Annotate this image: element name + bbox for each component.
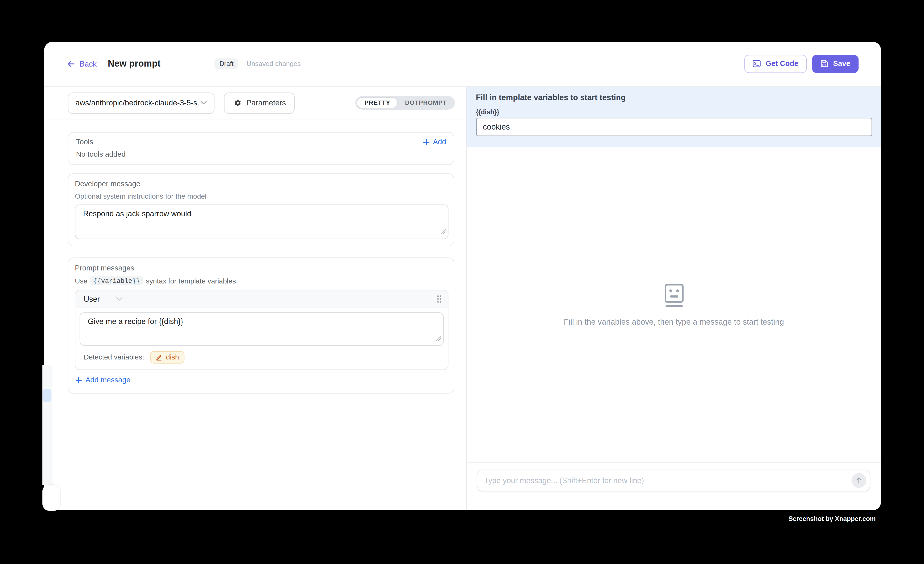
terminal-icon xyxy=(753,60,761,68)
chat-input-placeholder: Type your message... (Shift+Enter for ne… xyxy=(484,476,644,485)
developer-message-textarea[interactable]: Respond as jack sparrow would xyxy=(75,204,448,239)
variable-chip-dish[interactable]: dish xyxy=(150,351,184,363)
editor-cards: Tools Add No tools added Devel xyxy=(44,120,466,393)
message-body: Give me a recipe for {{dish}} Detected v… xyxy=(75,308,448,369)
view-mode-toggle: PRETTY DOTPROMPT xyxy=(356,96,455,110)
plus-icon xyxy=(75,377,82,383)
toggle-dotprompt[interactable]: DOTPROMPT xyxy=(398,98,454,108)
chevron-down-icon xyxy=(200,101,207,105)
message-textarea[interactable]: Give me a recipe for {{dish}} xyxy=(80,312,444,346)
message-card: User G xyxy=(75,290,448,370)
add-message-button[interactable]: Add message xyxy=(75,376,130,384)
watermark-text: Screenshot by Xnapper.com xyxy=(789,514,876,522)
background-window-sidebar xyxy=(42,365,52,484)
developer-message-card: Developer message Optional system instru… xyxy=(68,173,454,246)
add-message-label: Add message xyxy=(86,376,130,384)
screenshot-frame: Back New prompt Draft Unsaved changes Ge… xyxy=(0,0,924,564)
chat-empty-state: Fill in the variables above, then type a… xyxy=(466,147,881,462)
developer-message-title: Developer message xyxy=(75,179,448,188)
tools-card: Tools Add No tools added xyxy=(68,132,454,165)
parameters-button[interactable]: Parameters xyxy=(224,92,295,114)
add-tool-button[interactable]: Add xyxy=(423,138,446,146)
dish-variable-input[interactable] xyxy=(476,118,872,136)
plus-icon xyxy=(423,139,429,145)
message-header: User xyxy=(75,290,448,308)
prompt-messages-card: Prompt messages Use {{variable}} syntax … xyxy=(68,257,454,393)
save-label: Save xyxy=(833,60,850,68)
chat-message-input[interactable]: Type your message... (Shift+Enter for ne… xyxy=(477,470,870,491)
back-arrow-icon xyxy=(67,59,75,68)
send-button[interactable] xyxy=(852,473,866,488)
save-button[interactable]: Save xyxy=(812,55,858,73)
back-label: Back xyxy=(80,59,97,68)
background-window-corner xyxy=(42,484,60,511)
test-panel-title: Fill in template variables to start test… xyxy=(476,93,872,102)
model-selector-value: aws/anthropic/bedrock-claude-3-5-s... xyxy=(75,99,200,107)
prompt-messages-title: Prompt messages xyxy=(75,264,448,272)
back-button[interactable]: Back xyxy=(67,59,97,68)
syntax-hint: Use {{variable}} syntax for template var… xyxy=(75,276,448,285)
header: Back New prompt Draft Unsaved changes Ge… xyxy=(44,42,881,86)
prompt-editor-panel: aws/anthropic/bedrock-claude-3-5-s... Pa… xyxy=(44,86,466,510)
detected-variables-row: Detected variables: dish xyxy=(80,346,444,369)
model-toolbar: aws/anthropic/bedrock-claude-3-5-s... Pa… xyxy=(44,86,466,120)
variable-syntax-chip: {{variable}} xyxy=(90,276,143,285)
empty-state-text: Fill in the variables above, then type a… xyxy=(564,317,784,326)
tools-empty-text: No tools added xyxy=(76,150,446,159)
parameters-label: Parameters xyxy=(246,99,286,107)
dish-variable-label: {{dish}} xyxy=(476,108,872,115)
background-window-active-item xyxy=(42,389,51,402)
window-body: aws/anthropic/bedrock-claude-3-5-s... Pa… xyxy=(44,86,881,510)
developer-message-subtitle: Optional system instructions for the mod… xyxy=(75,192,448,200)
page-title: New prompt xyxy=(108,58,160,69)
syntax-hint-suffix: syntax for template variables xyxy=(146,276,236,285)
test-panel: Fill in template variables to start test… xyxy=(466,86,881,510)
chat-input-bar: Type your message... (Shift+Enter for ne… xyxy=(466,462,881,491)
tools-title: Tools xyxy=(76,138,93,146)
get-code-button[interactable]: Get Code xyxy=(744,55,807,73)
robot-icon xyxy=(664,283,684,308)
gear-icon xyxy=(232,99,242,107)
variable-chip-label: dish xyxy=(166,352,179,361)
role-value: User xyxy=(84,294,100,303)
drag-handle-icon[interactable] xyxy=(436,294,442,303)
send-arrow-icon xyxy=(855,477,862,484)
role-selector[interactable]: User xyxy=(84,294,123,303)
toggle-pretty[interactable]: PRETTY xyxy=(357,98,398,108)
header-actions: Get Code Save xyxy=(744,55,859,73)
unsaved-changes-text: Unsaved changes xyxy=(246,60,301,68)
edit-icon xyxy=(155,353,162,360)
add-tool-label: Add xyxy=(433,138,446,146)
model-selector[interactable]: aws/anthropic/bedrock-claude-3-5-s... xyxy=(68,92,214,114)
get-code-label: Get Code xyxy=(766,60,798,68)
save-icon xyxy=(820,60,828,68)
detected-variables-label: Detected variables: xyxy=(84,353,144,361)
syntax-hint-prefix: Use xyxy=(75,276,87,285)
prompt-editor-window: Back New prompt Draft Unsaved changes Ge… xyxy=(44,42,881,510)
template-variables-section: Fill in template variables to start test… xyxy=(466,86,881,147)
status-badge: Draft xyxy=(215,58,238,69)
chevron-down-icon xyxy=(116,297,123,301)
